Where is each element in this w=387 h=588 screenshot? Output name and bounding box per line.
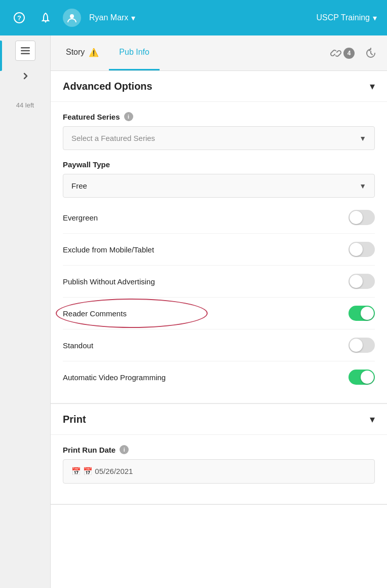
paywall-type-chevron-icon: ▼ — [359, 182, 366, 190]
reader-comments-label: Reader Comments — [63, 309, 127, 318]
svg-rect-5 — [21, 50, 30, 52]
evergreen-toggle[interactable] — [349, 210, 375, 225]
evergreen-label: Evergreen — [63, 213, 98, 222]
user-menu[interactable]: Ryan Marx ▾ — [89, 13, 135, 23]
evergreen-toggle-track — [349, 210, 375, 225]
no-ads-toggle[interactable] — [349, 274, 375, 289]
exclude-mobile-toggle[interactable] — [349, 242, 375, 257]
print-run-date-info-icon[interactable]: i — [120, 445, 129, 454]
standout-toggle-track — [349, 338, 375, 353]
reader-comments-toggle[interactable] — [349, 306, 375, 321]
standout-label: Standout — [63, 341, 93, 350]
auto-video-toggle-track — [349, 370, 375, 385]
no-ads-toggle-thumb — [350, 275, 363, 288]
help-icon[interactable]: ? — [10, 9, 28, 27]
advanced-options-title: Advanced Options — [63, 81, 152, 92]
print-section-header: Print ▾ — [51, 404, 387, 435]
tab-bar: Story ⚠️ Pub Info 4 — [51, 35, 387, 71]
toggle-row-exclude-mobile: Exclude from Mobile/Tablet — [63, 234, 375, 266]
advanced-options-header: Advanced Options ▾ — [51, 71, 387, 102]
featured-series-select[interactable]: Select a Featured Series ▼ — [63, 126, 375, 150]
featured-series-label: Featured Series i — [63, 112, 375, 121]
toggles-container: Evergreen Exclude from Mobile/Tablet — [63, 202, 375, 393]
standout-toggle-thumb — [350, 339, 363, 352]
paywall-type-label: Paywall Type — [63, 160, 375, 169]
print-run-date-label: Print Run Date i — [63, 445, 375, 454]
sidebar-indicator — [0, 41, 2, 71]
tab-pub-info-label: Pub Info — [119, 48, 149, 57]
svg-rect-4 — [21, 47, 30, 49]
paywall-type-select[interactable]: Free ▼ — [63, 174, 375, 198]
sidebar-menu-button[interactable] — [15, 41, 35, 61]
print-run-date-value: 📅 📅 05/26/2021 — [71, 467, 133, 476]
toggle-row-standout: Standout — [63, 329, 375, 361]
org-menu[interactable]: USCP Training ▾ — [316, 13, 377, 23]
link-tab-icon[interactable]: 4 — [325, 44, 360, 63]
toggle-row-evergreen: Evergreen — [63, 202, 375, 234]
story-warning-icon: ⚠️ — [89, 48, 99, 57]
print-section-chevron[interactable]: ▾ — [370, 413, 375, 425]
svg-rect-6 — [21, 53, 30, 55]
toggle-row-no-ads: Publish Without Advertising — [63, 266, 375, 298]
paywall-type-value: Free — [71, 181, 87, 190]
user-name: Ryan Marx — [89, 13, 128, 22]
sidebar-left: 44 left — [0, 35, 51, 588]
sidebar-expand-button[interactable] — [15, 66, 35, 86]
svg-point-3 — [70, 14, 74, 18]
auto-video-toggle-thumb — [361, 371, 374, 384]
tab-pub-info[interactable]: Pub Info — [109, 35, 160, 70]
exclude-mobile-toggle-thumb — [350, 243, 363, 256]
auto-video-toggle[interactable] — [349, 370, 375, 385]
content-area: Advanced Options ▾ Featured Series i Sel… — [51, 71, 387, 588]
featured-series-info-icon[interactable]: i — [124, 112, 133, 121]
toggle-row-reader-comments: Reader Comments — [63, 298, 375, 329]
toggle-row-auto-video: Automatic Video Programming — [63, 361, 375, 393]
no-ads-toggle-track — [349, 274, 375, 289]
featured-series-placeholder: Select a Featured Series — [71, 134, 155, 142]
reader-comments-toggle-thumb — [361, 307, 374, 320]
main-layout: 44 left Story ⚠️ Pub Info 4 — [0, 35, 387, 588]
org-name: USCP Training — [316, 13, 370, 22]
no-ads-label: Publish Without Advertising — [63, 277, 155, 286]
evergreen-toggle-thumb — [350, 211, 363, 224]
advanced-options-chevron[interactable]: ▾ — [370, 80, 375, 92]
svg-point-2 — [45, 21, 47, 23]
svg-text:?: ? — [17, 14, 21, 22]
exclude-mobile-label: Exclude from Mobile/Tablet — [63, 245, 154, 254]
tab-story-label: Story — [66, 48, 85, 57]
user-dropdown-icon: ▾ — [131, 13, 135, 23]
sidebar-count: 44 left — [16, 101, 34, 109]
advanced-options-body: Featured Series i Select a Featured Seri… — [51, 102, 387, 404]
top-bar: ? Ryan Marx ▾ USCP Training ▾ — [0, 0, 387, 35]
featured-series-chevron-icon: ▼ — [359, 134, 366, 142]
print-section: Print ▾ Print Run Date i 📅 📅 05/26/2021 — [51, 404, 387, 505]
auto-video-label: Automatic Video Programming — [63, 373, 166, 382]
org-dropdown-icon: ▾ — [373, 13, 377, 23]
right-panel: Story ⚠️ Pub Info 4 — [51, 35, 387, 588]
history-tab-icon[interactable] — [360, 43, 382, 63]
standout-toggle[interactable] — [349, 338, 375, 353]
print-section-title: Print — [63, 414, 86, 425]
exclude-mobile-toggle-track — [349, 242, 375, 257]
reader-comments-toggle-track — [349, 306, 375, 321]
notification-bell-icon[interactable] — [36, 9, 55, 27]
print-section-body: Print Run Date i 📅 📅 05/26/2021 — [51, 435, 387, 505]
link-badge: 4 — [343, 48, 355, 59]
avatar-icon[interactable] — [63, 9, 81, 27]
tab-story[interactable]: Story ⚠️ — [56, 35, 109, 70]
print-run-date-field[interactable]: 📅 📅 05/26/2021 — [63, 459, 375, 484]
